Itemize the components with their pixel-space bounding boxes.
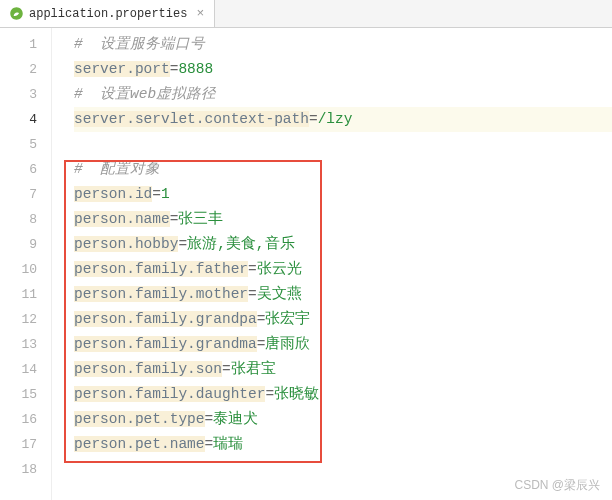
property-key: person.famliy.grandma [74,336,257,352]
line-number: 14 [0,357,51,382]
property-value: /lzy [318,111,353,127]
property-key: person.family.father [74,261,248,277]
code-line[interactable]: person.famliy.grandma=唐雨欣 [74,332,612,357]
line-number: 15 [0,382,51,407]
code-line[interactable]: person.hobby=旅游,美食,音乐 [74,232,612,257]
tab-filename: application.properties [29,7,187,21]
property-value: 张三丰 [178,211,223,227]
property-key: person.hobby [74,236,178,252]
line-number: 18 [0,457,51,482]
property-key: person.family.mother [74,286,248,302]
line-number: 7 [0,182,51,207]
line-number: 2 [0,57,51,82]
equals-sign: = [205,411,214,427]
code-line[interactable]: # 配置对象 [74,157,612,182]
property-key: person.family.grandpa [74,311,257,327]
code-editor[interactable]: 123456789101112131415161718 # 设置服务端口号ser… [0,28,612,500]
line-number: 10 [0,257,51,282]
code-line[interactable] [74,132,612,157]
property-value: 唐雨欣 [265,336,310,352]
tab-bar: application.properties × [0,0,612,28]
comment-text: # 配置对象 [74,161,160,177]
equals-sign: = [248,261,257,277]
property-value: 张君宝 [231,361,276,377]
equals-sign: = [265,386,274,402]
spring-file-icon [8,6,24,22]
line-number: 9 [0,232,51,257]
code-line[interactable]: person.pet.type=泰迪犬 [74,407,612,432]
code-line[interactable]: person.family.daughter=张晓敏 [74,382,612,407]
line-number: 16 [0,407,51,432]
code-line[interactable]: person.pet.name=瑞瑞 [74,432,612,457]
line-number: 4 [0,107,51,132]
property-value: 1 [161,186,170,202]
code-line[interactable]: server.servlet.context-path=/lzy [74,107,612,132]
equals-sign: = [309,111,318,127]
line-number: 12 [0,307,51,332]
equals-sign: = [152,186,161,202]
property-value: 8888 [178,61,213,77]
equals-sign: = [205,436,214,452]
property-key: person.id [74,186,152,202]
close-icon[interactable]: × [196,6,204,21]
code-line[interactable]: # 设置服务端口号 [74,32,612,57]
equals-sign: = [178,236,187,252]
property-value: 泰迪犬 [213,411,258,427]
code-area[interactable]: # 设置服务端口号server.port=8888# 设置web虚拟路径serv… [52,28,612,500]
line-number: 11 [0,282,51,307]
property-value: 吴文燕 [257,286,302,302]
property-value: 张宏宇 [265,311,310,327]
equals-sign: = [248,286,257,302]
line-number: 3 [0,82,51,107]
line-number: 8 [0,207,51,232]
property-key: person.pet.type [74,411,205,427]
code-line[interactable]: person.id=1 [74,182,612,207]
line-number-gutter: 123456789101112131415161718 [0,28,52,500]
line-number: 17 [0,432,51,457]
comment-text: # 设置服务端口号 [74,36,205,52]
code-line[interactable]: person.family.mother=吴文燕 [74,282,612,307]
property-value: 张云光 [257,261,302,277]
property-value: 旅游,美食,音乐 [187,236,294,252]
property-key: person.family.daughter [74,386,265,402]
property-key: person.pet.name [74,436,205,452]
equals-sign: = [222,361,231,377]
comment-text: # 设置web虚拟路径 [74,86,216,102]
property-key: person.name [74,211,170,227]
property-key: server.port [74,61,170,77]
property-key: person.family.son [74,361,222,377]
code-line[interactable]: person.family.father=张云光 [74,257,612,282]
property-value: 瑞瑞 [213,436,243,452]
code-line[interactable]: server.port=8888 [74,57,612,82]
code-line[interactable]: # 设置web虚拟路径 [74,82,612,107]
line-number: 6 [0,157,51,182]
code-line[interactable]: person.family.grandpa=张宏宇 [74,307,612,332]
attribution-text: CSDN @梁辰兴 [514,477,600,494]
property-key: server.servlet.context-path [74,111,309,127]
line-number: 13 [0,332,51,357]
property-value: 张晓敏 [274,386,319,402]
line-number: 1 [0,32,51,57]
line-number: 5 [0,132,51,157]
code-line[interactable]: person.name=张三丰 [74,207,612,232]
file-tab[interactable]: application.properties × [0,0,215,27]
code-line[interactable]: person.family.son=张君宝 [74,357,612,382]
